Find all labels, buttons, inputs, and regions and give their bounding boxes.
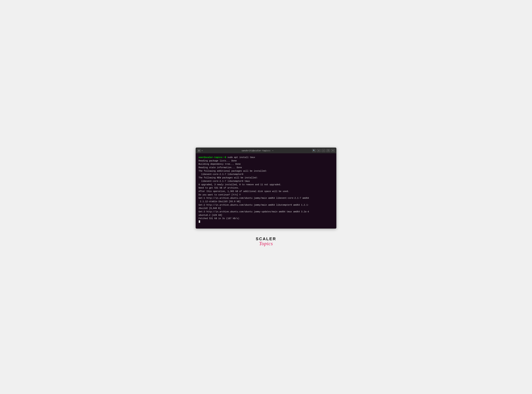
titlebar-left: ⊞ ∨ (197, 149, 203, 152)
output-line-9: Need to get 531 kB of archives. (198, 186, 334, 190)
minimize-button[interactable]: — (322, 149, 325, 152)
terminal-window: ⊞ ∨ sanskriti@scaler-topics: ~ 🔍 ≡ — ❐ ✕… (196, 148, 336, 229)
output-line-16: Get:3 http://in.archive.ubuntu.com/ubunt… (198, 210, 334, 214)
output-line-11: Do you want to continue? [Y/n] Y (198, 193, 334, 197)
command-text: sudo apt install tmux (226, 156, 255, 159)
window-controls: 🔍 ≡ — ❐ ✕ (312, 149, 335, 152)
output-line-3: Reading state information... Done (198, 166, 334, 169)
search-button[interactable]: 🔍 (312, 149, 316, 152)
menu-button[interactable]: ≡ (317, 149, 321, 152)
output-line-17: ubuntu0.2 [428 kB] (198, 214, 334, 217)
output-line-14: Get:2 http://in.archive.ubuntu.com/ubunt… (198, 203, 334, 207)
output-line-12: Get:1 http://in.archive.ubuntu.com/ubunt… (198, 197, 334, 200)
output-line-1: Reading package lists... Done (198, 159, 334, 163)
output-line-8: 0 upgraded, 3 newly installed, 0 to remo… (198, 183, 334, 187)
chevron-down-icon[interactable]: ∨ (202, 150, 203, 152)
logo-area: SCALER Topics (256, 236, 276, 246)
prompt-path: :~$ (222, 156, 226, 159)
restore-button[interactable]: ❐ (326, 149, 330, 152)
prompt-user: user@scaler-topics (198, 156, 222, 159)
output-line-18: Fetched 531 kB in 3s (187 kB/s) (198, 217, 334, 220)
cursor (199, 220, 200, 223)
window-title: sanskriti@scaler-topics: ~ (203, 149, 312, 152)
cursor-line (198, 220, 334, 223)
output-line-7: libevent-core-2.1-7 libutempter0 tmux (198, 180, 334, 183)
output-line-4: The following additional packages will b… (198, 169, 334, 173)
terminal-body[interactable]: user@scaler-topics:~$ sudo apt install t… (196, 153, 336, 228)
output-line-5: libevent-core-2.1-7 libutempter0 (198, 173, 334, 176)
logo-topics-text: Topics (259, 241, 273, 246)
output-line-13: 2.1.12-stable-1build3 [93.9 kB] (198, 200, 334, 203)
terminal-icon[interactable]: ⊞ (197, 149, 201, 152)
titlebar: ⊞ ∨ sanskriti@scaler-topics: ~ 🔍 ≡ — ❐ ✕ (196, 148, 336, 153)
output-line-10: After this operation, 1,365 kB of additi… (198, 190, 334, 193)
close-button[interactable]: ✕ (331, 149, 335, 152)
command-line: user@scaler-topics:~$ sudo apt install t… (198, 156, 334, 159)
output-line-6: The following NEW packages will be insta… (198, 176, 334, 180)
output-line-2: Building dependency tree... Done (198, 163, 334, 166)
output-line-15: 2build2 [8,848 B] (198, 207, 334, 210)
